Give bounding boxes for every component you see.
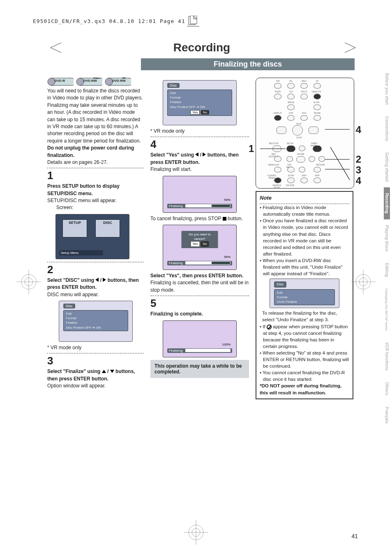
cancel-dialog-screen: Do you want to cancel? Yes No 58% Finali… xyxy=(163,225,237,270)
progress-label: Finalizing xyxy=(169,349,183,352)
finalizing-complete-screen: 100% Finalizing xyxy=(163,320,237,357)
note-b3: • When you insert a DVD-RW disc finalize… xyxy=(260,257,349,277)
note-b4: • If appear when pressing STOP button at… xyxy=(260,323,349,350)
step4-number: 4 xyxy=(150,138,249,151)
tab-setup-menu: Changing the SETUP menu xyxy=(384,283,389,336)
step4-heading: Select "Yes" using / buttons, then press… xyxy=(150,152,249,166)
note-b1: • Finalizing discs in Video mode automat… xyxy=(260,204,349,217)
step3-sub: Option window will appear. xyxy=(47,382,144,389)
step1-sub: SETUP/DISC menu will appear. xyxy=(47,197,144,204)
step2-heading: Select "DISC" using / buttons, then pres… xyxy=(47,277,144,291)
menu-protect: *Disc Protect OFF ➔ ON xyxy=(169,105,230,109)
tab-editing: Editing xyxy=(384,257,390,283)
note-box: Note • Finalizing discs in Video mode au… xyxy=(256,191,353,399)
cancel-text: To cancel finalizing, press STOP button. xyxy=(150,215,249,222)
progress-pct: 58% xyxy=(224,198,231,202)
remote-callout-4b: 4 xyxy=(356,175,361,187)
select-yes-sub: Finalizing is cancelled, then the unit w… xyxy=(150,279,249,294)
section-subtitle: Finalizing the discs xyxy=(141,58,355,70)
disc-menu-screen: Disc Edit Format Finalize *Disc Protect … xyxy=(59,301,133,342)
menu-edit: Edit xyxy=(65,311,126,316)
setup-caption: Setup Menu xyxy=(59,250,103,256)
intro-p1: You will need to finalize the discs reco… xyxy=(47,88,144,102)
step-divider xyxy=(150,295,249,296)
side-tabs: Before you start Connections Getting sta… xyxy=(384,67,392,429)
setup-disc-screen: SETUP DISC Setup Menu xyxy=(55,214,129,259)
note-heading: Note xyxy=(260,194,349,202)
step5-heading: Finalizing is complete. xyxy=(150,311,249,318)
progress-pct: 58% xyxy=(224,255,231,259)
menu-protect: *Disc Protect OFF ➔ ON xyxy=(65,325,126,330)
step2-footnote: * VR mode only xyxy=(47,344,144,351)
select-yes-heading: Select "Yes", then press ENTER button. xyxy=(150,272,249,279)
menu-format: Format xyxy=(169,95,230,100)
tab-connections: Connections xyxy=(384,111,390,147)
disc-menu-title: Disc xyxy=(167,83,180,88)
step5-number: 5 xyxy=(150,297,249,310)
disc-menu-title: Disc xyxy=(274,281,286,288)
page-title: Recording xyxy=(47,41,356,54)
step-divider xyxy=(47,262,144,263)
finalize-option-screen: Disc Edit Format Finalize *Disc Protect … xyxy=(163,80,237,125)
note-b5: • When selecting "No" at step 4 and pres… xyxy=(260,350,349,369)
menu-undo-finalize: Undo Finalize xyxy=(276,299,333,304)
tab-recording: Recording xyxy=(384,187,390,219)
remote-callout-3: 3 xyxy=(356,164,361,176)
page-number: 41 xyxy=(351,533,358,539)
note-b7: *DO NOT power off during finalizing, thi… xyxy=(260,382,349,396)
step3-number: 3 xyxy=(47,355,144,367)
menu-format: Format xyxy=(65,316,126,320)
intro-p4: Details are on pages 26-27. xyxy=(47,159,144,166)
disc-menu-title: Disc xyxy=(63,304,76,309)
progress-label: Finalizing xyxy=(169,261,183,265)
progress-label: Finalizing xyxy=(169,204,183,208)
step1-number: 1 xyxy=(47,169,144,182)
remote-callout-2: 2 xyxy=(356,154,361,165)
step1-heading: Press SETUP button to display SETUP/DISC… xyxy=(47,183,144,197)
step1-screen-label: Screen: xyxy=(56,204,144,211)
intro-p2: Finalizing may take several minutes up t… xyxy=(47,102,144,145)
remote-callout-1: 1 xyxy=(249,143,254,154)
cancel-message: Do you want to cancel? Yes No xyxy=(182,231,218,248)
tab-vcr-functions: VCR functions xyxy=(384,336,390,376)
yes-option: Yes xyxy=(190,110,200,115)
tab-others: Others xyxy=(384,376,390,401)
remote-diagram: GHIJKLMNOCH PQRSTUVWXYZVIDEO/TV SPACESLO… xyxy=(256,78,354,189)
intro-p3: Do not unplug the power cord during fina… xyxy=(47,145,144,159)
wait-callout: This operation may take a while to be co… xyxy=(150,360,249,378)
prohibit-icon xyxy=(267,325,272,329)
disc-type-badges: DVD-R DVD-RWVideo DVD-RWVR xyxy=(47,78,144,86)
step-divider xyxy=(47,168,144,168)
tab-before-you-start: Before you start xyxy=(384,67,390,111)
disc-tile: DISC xyxy=(95,219,120,237)
step2-sub: DISC menu will appear. xyxy=(47,291,144,298)
print-page-icon xyxy=(187,16,199,27)
center-footnote: * VR mode only xyxy=(150,128,249,135)
dvd-r-badge: DVD-R xyxy=(47,78,74,86)
dvd-rw-vr-badge: DVD-RWVR xyxy=(105,78,131,86)
step-divider xyxy=(150,136,249,137)
print-job-header: E9501CD_EN/FR_v3.qx3 04.8.10 12:01 Page … xyxy=(33,18,185,24)
yes-no-row: Yes No xyxy=(169,110,230,115)
menu-edit: Edit xyxy=(276,290,333,295)
menu-format: Format xyxy=(276,295,333,299)
tab-francais: Français xyxy=(384,401,390,429)
tab-getting-started: Getting started xyxy=(384,147,390,187)
dvd-rw-video-badge: DVD-RWVideo xyxy=(76,78,102,86)
tab-playing-discs: Playing discs xyxy=(384,219,390,257)
remote-callout-4a: 4 xyxy=(356,124,361,136)
no-option: No xyxy=(201,110,209,115)
step2-number: 2 xyxy=(47,263,144,276)
setup-tile: SETUP xyxy=(62,219,87,237)
menu-finalize: Finalize xyxy=(169,100,230,104)
svg-line-22 xyxy=(330,147,350,180)
stop-icon xyxy=(223,217,226,221)
step4-sub: Finalizing will start. xyxy=(150,166,249,173)
chevron-right-icon xyxy=(344,42,359,55)
undo-finalize-screen: Disc Edit Format Undo Finalize xyxy=(270,279,339,308)
progress-pct: 100% xyxy=(222,343,231,346)
menu-finalize: Finalize xyxy=(65,320,126,325)
menu-edit: Edit xyxy=(169,91,230,95)
step3-heading: Select "Finalize" using / buttons, then … xyxy=(47,368,144,382)
no-option: No xyxy=(201,241,209,246)
